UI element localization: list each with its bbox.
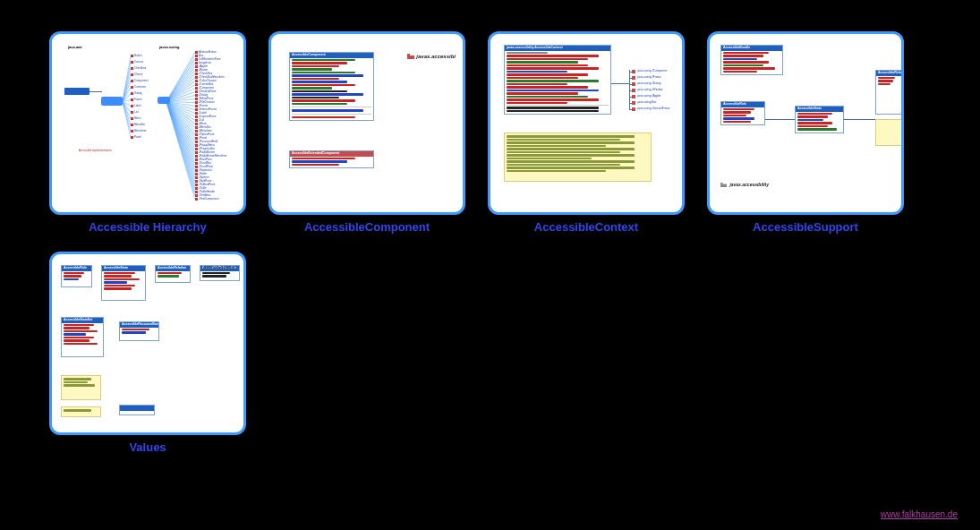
package-label: javax.accessibi (407, 54, 456, 59)
hierarchy-legend: Accessible implementations (79, 149, 112, 152)
hierarchy-node: Frame (131, 98, 142, 101)
thumb-accessible-hierarchy: java.awt javax.swing ButtonCanvasCheckbo… (49, 31, 246, 215)
context-ref-label: javax.swing.JDialog (637, 81, 660, 85)
package-icon (720, 183, 727, 187)
card-accessible-component[interactable]: AccessibleComponent (268, 31, 465, 234)
thumb-values: AccessibleRole AccessibleState Accessibl… (49, 252, 246, 435)
card-values[interactable]: AccessibleRole AccessibleState Accessibl… (49, 252, 246, 454)
hierarchy-hub (101, 97, 123, 106)
hierarchy-node: Panel (131, 135, 141, 139)
svg-rect-2 (720, 184, 727, 188)
hierarchy-left-label: java.awt (68, 45, 82, 49)
svg-rect-3 (720, 183, 723, 184)
package-label: javax.accessibility (203, 265, 234, 269)
hierarchy-node: Dialog (131, 91, 142, 95)
thumb-accessible-component: AccessibleComponent (268, 31, 465, 215)
caption-accessible-context: AccessibleContext (534, 220, 638, 234)
caption-accessible-component: AccessibleComponent (304, 220, 430, 234)
hierarchy-node: Choice (131, 73, 142, 76)
context-ref-label: javax.swing.Box (637, 100, 657, 104)
hierarchy-node: MenuBar (131, 123, 145, 126)
hierarchy-node: Component (131, 79, 149, 82)
hierarchy-node: Label (131, 104, 141, 107)
thumbnail-grid: java.awt javax.swing ButtonCanvasCheckbo… (0, 0, 980, 454)
hierarchy-node: MenuItem (131, 129, 146, 132)
hierarchy-node: Menu (131, 116, 141, 120)
hierarchy-node: Checkbox (131, 66, 146, 70)
card-accessible-hierarchy[interactable]: java.awt javax.swing ButtonCanvasCheckbo… (49, 31, 246, 234)
context-ref-label: javax.swing.JWindow (637, 88, 663, 91)
context-note (504, 132, 652, 182)
hierarchy-node: JTextComponent (195, 197, 219, 201)
caption-values: Values (129, 440, 166, 454)
values-note-2 (61, 406, 101, 417)
svg-rect-1 (407, 54, 410, 56)
context-ref-label: javax.swing.JFrame (637, 75, 661, 79)
package-label: javax.accessibility (720, 182, 769, 187)
hierarchy-node: Button (131, 54, 142, 57)
footer-link[interactable]: www.falkhausen.de (881, 509, 958, 519)
svg-rect-0 (407, 56, 414, 59)
context-ref-label: javax.swing.JComponent (637, 69, 667, 73)
package-icon (407, 54, 414, 59)
caption-accessible-support: AccessibleSupport (753, 220, 858, 234)
hierarchy-node: List (131, 110, 139, 114)
card-accessible-support[interactable]: AccessibleBundle AccessibleRole (707, 31, 904, 234)
hierarchy-node: Canvas (131, 60, 143, 64)
values-note-1 (61, 375, 101, 400)
context-ref-label: javax.swing.JInternalFrame (637, 107, 670, 110)
card-accessible-context[interactable]: javax.accessibility.AccessibleContext (488, 31, 685, 234)
caption-accessible-hierarchy: Accessible Hierarchy (89, 220, 207, 234)
hierarchy-node: Container (131, 85, 146, 89)
hierarchy-right-label: javax.swing (159, 45, 179, 49)
thumb-accessible-support: AccessibleBundle AccessibleRole (707, 31, 904, 215)
thumb-accessible-context: javax.accessibility.AccessibleContext (488, 31, 685, 215)
context-ref-label: javax.swing.JApplet (637, 94, 660, 98)
support-note (875, 119, 902, 146)
